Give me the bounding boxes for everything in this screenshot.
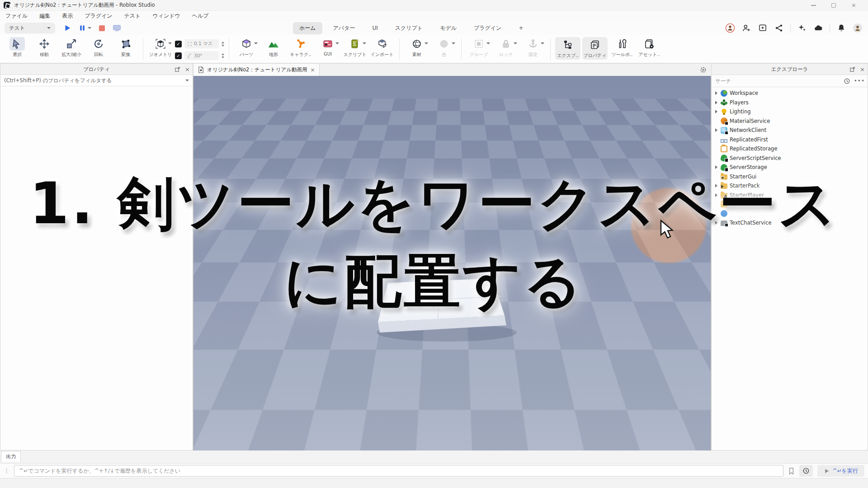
tree-item-lighting[interactable]: Lighting — [712, 107, 868, 117]
geometry-dropdown-button[interactable]: ジオメトリ — [148, 37, 173, 58]
explorer-menu-button[interactable]: ••• — [854, 78, 865, 84]
cloud-sync-button[interactable] — [813, 23, 823, 33]
tree-item-serverscriptservice[interactable]: ServerScriptService — [712, 154, 868, 163]
explorer-toggle-button[interactable]: エクスプ.. — [555, 37, 580, 60]
tree-item-serverstorage[interactable]: ServerStorage — [712, 163, 868, 172]
profile-avatar-button[interactable] — [853, 23, 863, 33]
tree-item-materialservice[interactable]: MaterialService — [712, 117, 868, 126]
chevron-right-icon[interactable] — [715, 165, 717, 169]
tab-avatar[interactable]: アバター — [327, 22, 362, 34]
chevron-right-icon[interactable] — [715, 184, 717, 188]
undock-icon[interactable] — [849, 66, 855, 72]
chevron-right-icon[interactable] — [715, 91, 717, 95]
collaborate-button[interactable] — [741, 23, 751, 33]
tab-plugins[interactable]: プラグイン — [467, 22, 508, 34]
pause-button[interactable] — [79, 24, 91, 32]
rotate-tool-button[interactable]: 回転 — [86, 37, 111, 58]
chevron-right-icon[interactable] — [715, 221, 717, 225]
close-panel-icon[interactable]: × — [860, 66, 865, 72]
menu-help[interactable]: ヘルプ — [192, 12, 209, 20]
tab-add[interactable]: + — [512, 23, 529, 33]
menu-window[interactable]: ウィンドウ — [152, 12, 180, 20]
tree-item-hidden-folder[interactable] — [712, 200, 868, 209]
tab-home[interactable]: ホーム — [293, 22, 322, 34]
tab-script[interactable]: スクリプト — [389, 22, 429, 34]
toolbox-toggle-button[interactable]: ツールボ.. — [609, 37, 635, 58]
close-panel-icon[interactable]: × — [185, 66, 190, 72]
rotate-snap-stepper[interactable] — [222, 53, 224, 58]
transform-tool-button[interactable]: 変換 — [113, 37, 138, 58]
ai-assistant-button[interactable] — [797, 23, 807, 33]
move-tool-button[interactable]: 移動 — [32, 37, 57, 58]
run-command-button[interactable]: ^↵を実行 — [817, 465, 864, 477]
move-snap-stepper[interactable] — [222, 42, 224, 47]
scale-tool-button[interactable]: 拡大/縮小 — [59, 37, 84, 58]
properties-toggle-button[interactable]: プロパティ — [582, 37, 608, 60]
tree-item-replicatedstorage[interactable]: ReplicatedStorage — [712, 144, 868, 154]
properties-filter-input[interactable] — [0, 77, 185, 84]
viewport-settings-button[interactable] — [700, 64, 711, 76]
new-window-button[interactable] — [758, 23, 768, 33]
terrain-button[interactable]: 地形 — [261, 37, 286, 58]
lock-button[interactable]: ロック — [493, 37, 519, 58]
bookmark-icon[interactable] — [788, 467, 795, 475]
material-button[interactable]: 素材 — [404, 37, 429, 58]
tree-item-starterplayer[interactable]: StarterPlayer — [712, 191, 868, 200]
part-button[interactable]: パーツ — [234, 37, 259, 58]
tree-item-starterpack[interactable]: StarterPack — [712, 181, 868, 191]
explorer-panel: エクスプローラ × ••• Workspace Players Lighting… — [711, 63, 868, 450]
output-tab[interactable]: 出力 — [1, 451, 21, 462]
test-mode-dropdown[interactable]: テスト — [5, 23, 55, 33]
menu-view[interactable]: 表示 — [62, 12, 73, 20]
notifications-button[interactable] — [836, 23, 846, 33]
menu-file[interactable]: ファイル — [5, 12, 28, 20]
chevron-right-icon[interactable] — [715, 101, 717, 104]
share-button[interactable] — [774, 23, 784, 33]
tree-item-networkclient[interactable]: NetworkClient — [712, 126, 868, 135]
chevron-right-icon[interactable] — [715, 193, 717, 197]
history-icon[interactable] — [844, 78, 850, 84]
play-button[interactable] — [63, 24, 71, 32]
move-snap-checkbox[interactable]: ✓ — [175, 41, 182, 47]
move-snap-field[interactable]: 0.1 マス — [184, 39, 219, 48]
command-input[interactable] — [14, 465, 783, 477]
chevron-right-icon[interactable] — [715, 128, 717, 132]
viewport-3d[interactable] — [193, 76, 711, 450]
menu-edit[interactable]: 編集 — [39, 12, 50, 20]
import-button[interactable]: インポート — [369, 37, 395, 58]
avatar-ring-icon — [725, 23, 735, 33]
stop-button[interactable] — [99, 25, 105, 32]
chevron-right-icon[interactable] — [715, 110, 717, 113]
character-button[interactable]: キャラク.. — [288, 37, 313, 58]
device-emulation-button[interactable] — [113, 24, 121, 32]
menu-plugins[interactable]: プラグイン — [85, 12, 112, 20]
tab-ui[interactable]: UI — [366, 23, 384, 33]
undock-icon[interactable] — [175, 66, 180, 72]
minimize-button[interactable] — [811, 5, 816, 6]
group-button[interactable]: グループ — [466, 37, 491, 58]
select-tool-button[interactable]: 選択 — [5, 37, 30, 58]
gui-button[interactable]: GUI — [315, 37, 340, 56]
document-tab[interactable]: オリジナル剣No2：チュートリアル動画用 × — [193, 64, 320, 76]
tree-item-workspace[interactable]: Workspace — [712, 89, 868, 98]
close-tab-icon[interactable]: × — [310, 67, 315, 73]
rotate-snap-field[interactable]: 30° — [184, 51, 219, 60]
tree-item-hidden-service[interactable] — [712, 209, 868, 219]
rotate-snap-checkbox[interactable]: ✓ — [175, 52, 182, 59]
avatar-ring-button[interactable] — [725, 23, 735, 33]
tab-model[interactable]: モデル — [434, 22, 463, 34]
tree-item-players[interactable]: Players — [712, 98, 868, 108]
command-history-button[interactable] — [799, 465, 813, 477]
asset-manager-button[interactable]: アセット.. — [637, 37, 662, 58]
maximize-button[interactable] — [831, 3, 836, 8]
anchor-button[interactable]: 固定 — [520, 37, 546, 58]
tree-item-startergui[interactable]: StarterGui — [712, 172, 868, 182]
menu-test[interactable]: テスト — [124, 12, 141, 20]
drag-handle-icon[interactable]: ⋮ — [4, 469, 9, 473]
script-button[interactable]: スクリプト — [342, 37, 368, 58]
tree-item-replicatedfirst[interactable]: ReplicatedFirst — [712, 135, 868, 145]
color-button[interactable]: 色 — [431, 37, 457, 58]
close-button[interactable]: × — [851, 2, 856, 8]
explorer-search-input[interactable] — [714, 77, 840, 84]
tree-item-textchatservice[interactable]: TextChatService — [712, 218, 868, 228]
